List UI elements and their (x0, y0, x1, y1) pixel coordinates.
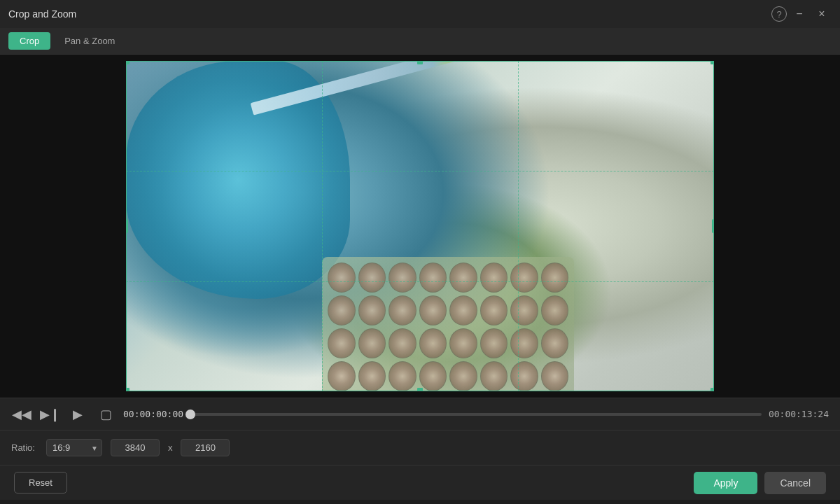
cancel-button[interactable]: Cancel (764, 472, 826, 494)
progress-thumb[interactable] (186, 410, 195, 419)
width-input[interactable] (111, 439, 160, 456)
height-input[interactable] (181, 439, 230, 456)
title-controls: ? − × (771, 4, 832, 24)
tab-crop[interactable]: Crop (8, 32, 50, 50)
minimize-button[interactable]: − (790, 4, 809, 24)
footer-right: Apply Cancel (694, 472, 826, 494)
ratio-wrapper: 16:9 4:3 1:1 9:16 Custom ▼ (46, 439, 102, 456)
play-frame-button[interactable]: ▶❙ (39, 404, 60, 425)
ratio-label: Ratio: (11, 442, 35, 453)
progress-track[interactable] (190, 413, 762, 416)
video-wellplate (322, 257, 574, 391)
tab-pan-zoom[interactable]: Pan & Zoom (53, 32, 126, 50)
stop-button[interactable]: ▢ (95, 404, 116, 425)
help-button[interactable]: ? (771, 6, 787, 22)
footer-buttons: Reset Apply Cancel (0, 465, 840, 500)
apply-button[interactable]: Apply (694, 472, 757, 494)
time-current: 00:00:00:00 (123, 409, 183, 419)
window-title: Crop and Zoom (8, 8, 76, 20)
transport-bar: ◀◀ ▶❙ ▶ ▢ 00:00:00:00 00:00:13:24 (0, 398, 840, 430)
video-frame (126, 61, 714, 391)
time-end: 00:00:13:24 (769, 409, 829, 419)
tabs-bar: Crop Pan & Zoom (0, 28, 840, 55)
title-bar-left: Crop and Zoom (8, 8, 76, 20)
crop-controls: Ratio: 16:9 4:3 1:1 9:16 Custom ▼ x (0, 430, 840, 465)
video-area (0, 55, 840, 398)
reset-button[interactable]: Reset (14, 472, 67, 493)
dimension-separator: x (168, 442, 173, 453)
title-bar: Crop and Zoom ? − × (0, 0, 840, 28)
close-button[interactable]: × (812, 4, 832, 24)
play-button[interactable]: ▶ (67, 404, 88, 425)
step-back-button[interactable]: ◀◀ (11, 404, 32, 425)
ratio-select[interactable]: 16:9 4:3 1:1 9:16 Custom (46, 439, 102, 456)
